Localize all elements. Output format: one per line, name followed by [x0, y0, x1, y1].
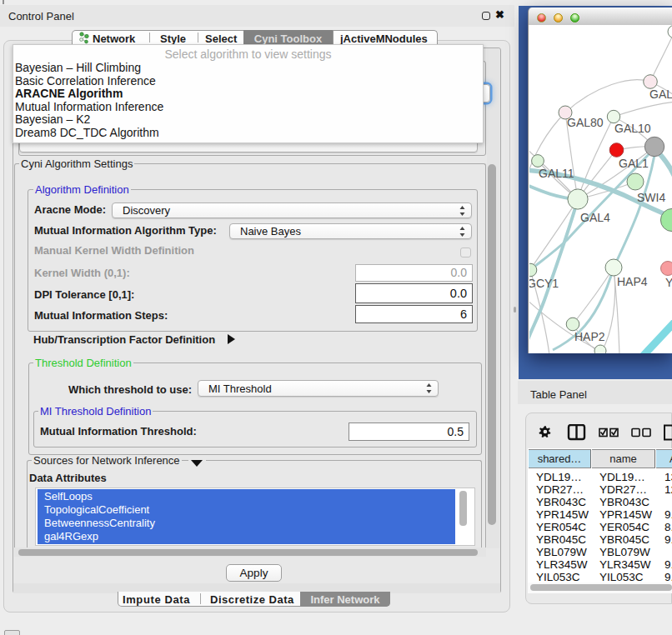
svg-text:GAL10: GAL10	[614, 122, 651, 135]
svg-text:GAL80: GAL80	[567, 116, 604, 129]
svg-text:GAL7: GAL7	[649, 88, 672, 101]
svg-text:HAP2: HAP2	[574, 330, 605, 343]
svg-text:SWI4: SWI4	[637, 191, 665, 204]
svg-text:GAL4: GAL4	[580, 211, 610, 224]
svg-text:GAL11: GAL11	[539, 167, 574, 180]
svg-text:Y: Y	[665, 276, 672, 289]
svg-text:GCY1: GCY1	[529, 277, 559, 290]
svg-text:HAP4: HAP4	[617, 275, 648, 288]
svg-text:GAL1: GAL1	[619, 157, 649, 170]
